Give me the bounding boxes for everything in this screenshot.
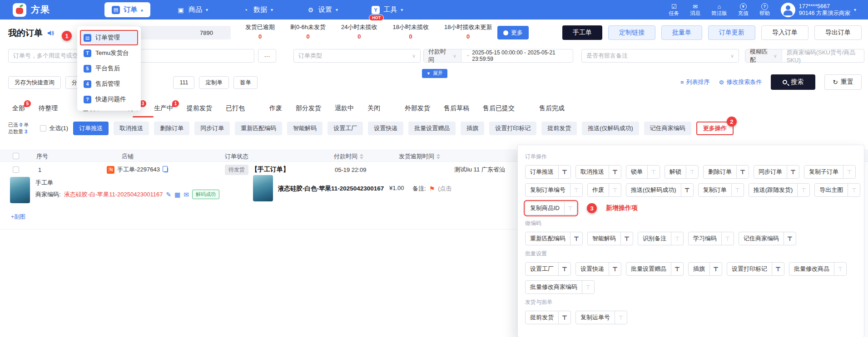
search-button[interactable]: 搜索 (771, 74, 815, 90)
删除订单-button[interactable]: 删除订单⊤ (703, 165, 749, 179)
navbar-message-button[interactable]: ✉消息 (690, 3, 700, 16)
reset-button[interactable]: ↻ 重置 (824, 74, 862, 90)
pin-icon[interactable]: ⊤ (787, 166, 799, 178)
quick-filter-button[interactable]: 首单 (233, 76, 258, 89)
设置工厂-button[interactable]: 设置工厂⊤ (525, 262, 571, 276)
同步订单-button[interactable]: 同步订单 (194, 122, 230, 135)
sort-icon[interactable] (360, 154, 363, 159)
pin-icon[interactable]: ⊤ (671, 232, 683, 245)
row-checkbox[interactable] (13, 166, 19, 173)
quick-filter-button[interactable]: 定制单 (199, 76, 229, 89)
flag-icon[interactable]: ⚑ (429, 185, 435, 192)
pin-icon[interactable]: ⊤ (721, 232, 734, 245)
设置打印标记-button[interactable]: 设置打印标记⊤ (727, 262, 784, 276)
pin-icon[interactable]: ⊤ (709, 263, 722, 275)
tab-待整理[interactable]: 待整理 (39, 104, 58, 112)
pin-icon[interactable]: ⊤ (564, 202, 576, 215)
edit-icon[interactable]: ✎ (166, 191, 171, 198)
推送(仅解码成功)-button[interactable]: 推送(仅解码成功) (582, 122, 639, 135)
tab-作废[interactable]: 作废 (269, 104, 282, 112)
tab-外部发货[interactable]: 外部发货 (405, 104, 430, 112)
作废-button[interactable]: 作废⊤ (587, 183, 621, 197)
订单推送-button[interactable]: 订单推送⊤ (525, 165, 571, 179)
navbar-recharge-button[interactable]: ¥充值 (738, 3, 749, 16)
tab-退款中[interactable]: 退款中 (335, 104, 354, 112)
批量修改商家编码-button[interactable]: 批量修改商家编码⊤ (525, 280, 595, 294)
col-overdue[interactable]: 发货逾期时间 (399, 150, 440, 162)
navbar-shirt-button[interactable]: ⌂简洁版 (711, 3, 727, 16)
pin-icon[interactable]: ⊤ (609, 166, 621, 178)
插旗-button[interactable]: 插旗 (461, 122, 484, 135)
tab-全部[interactable]: 全部5 (12, 104, 25, 112)
menu-item-aftersale-manage[interactable]: 4售后管理 (80, 76, 138, 92)
select-all-checkbox[interactable]: 全选(1) (40, 124, 68, 132)
pin-icon[interactable]: ⊤ (582, 281, 594, 293)
解锁-button[interactable]: 解锁⊤ (665, 165, 699, 179)
overdue-counter[interactable]: 24小时未揽收0 (341, 23, 377, 40)
match-mode-select[interactable]: 模糊匹配 ∨ (745, 49, 782, 62)
重新匹配编码-button[interactable]: 重新匹配编码⊤ (525, 232, 583, 245)
menu-item-temu[interactable]: TTemu发货台 (80, 45, 138, 61)
pin-icon[interactable]: ⊤ (620, 232, 633, 245)
识别备注-button[interactable]: 识别备注⊤ (638, 232, 684, 245)
product-thumbnail[interactable] (253, 175, 273, 201)
批量设置赠品-button[interactable]: 批量设置赠品 (408, 122, 456, 135)
announcement-speaker-icon[interactable] (47, 29, 55, 37)
锁单-button[interactable]: 锁单⊤ (626, 165, 660, 179)
pin-icon[interactable]: ⊤ (686, 166, 698, 178)
定制链接-button[interactable]: 定制链接 (608, 25, 655, 40)
取消推送-button[interactable]: 取消推送 (114, 122, 149, 135)
nav-item-data[interactable]: ◔数据▾ (234, 2, 280, 17)
list-sort-button[interactable]: ≡ 列表排序 (680, 78, 710, 86)
tab-售后完成[interactable]: 售后完成 (539, 104, 565, 112)
overdue-counter[interactable]: 18小时揽收未更新0 (444, 23, 492, 40)
插旗-button[interactable]: 插旗⊤ (688, 262, 722, 276)
col-pay-time[interactable]: 付款时间 (334, 150, 363, 162)
删除订单-button[interactable]: 删除订单 (154, 122, 189, 135)
pin-icon[interactable]: ⊤ (558, 263, 570, 275)
pin-icon[interactable]: ⊤ (848, 184, 860, 196)
取消推送-button[interactable]: 取消推送⊤ (575, 165, 621, 179)
复制子订单-button[interactable]: 复制子订单⊤ (804, 165, 856, 179)
nav-item-settings[interactable]: ⚙设置▾ (299, 2, 345, 17)
header-checkbox[interactable] (13, 153, 19, 159)
image-icon[interactable]: ▦ (174, 191, 180, 198)
订单更新-button[interactable]: 订单更新 (708, 25, 755, 40)
pin-icon[interactable]: ⊤ (570, 184, 582, 196)
批量设置赠品-button[interactable]: 批量设置赠品⊤ (626, 262, 684, 276)
批量修改商品-button[interactable]: 批量修改商品⊤ (789, 262, 847, 276)
复制订单编号-button[interactable]: 复制订单编号⊤ (525, 183, 583, 197)
学习编码-button[interactable]: 学习编码⊤ (688, 232, 734, 245)
modify-search-button[interactable]: ⚙ 修改搜索条件 (719, 78, 762, 86)
overdue-counter[interactable]: 18小时未揽收0 (393, 23, 429, 40)
设置快递-button[interactable]: 设置快递 (368, 122, 403, 135)
pin-icon[interactable]: ⊤ (797, 184, 809, 196)
tab-部分发货[interactable]: 部分发货 (296, 104, 321, 112)
pin-icon[interactable]: ⊤ (681, 184, 693, 196)
more-search-fields-button[interactable]: ··· (258, 49, 276, 63)
pin-icon[interactable]: ⊤ (609, 184, 621, 196)
pin-icon[interactable]: ⊤ (671, 263, 683, 275)
pin-icon[interactable]: ⊤ (736, 166, 749, 178)
navbar-help-button[interactable]: ?帮助 (759, 3, 770, 16)
pin-icon[interactable]: ⊤ (570, 232, 582, 245)
tab-售后草稿[interactable]: 售后草稿 (444, 104, 469, 112)
pin-icon[interactable]: ⊤ (834, 263, 846, 275)
tab-售后已提交[interactable]: 售后已提交 (483, 104, 515, 112)
复制商品ID-button[interactable]: 复制商品ID⊤ (525, 201, 577, 215)
pin-icon[interactable]: ⊤ (615, 311, 627, 324)
tab-已打包[interactable]: 已打包 (226, 104, 245, 112)
user-account[interactable]: 177****5667 90146 方果演示商家 ▾ (781, 3, 856, 17)
pin-icon[interactable]: ⊤ (647, 166, 660, 178)
pay-time-range-picker[interactable]: 付款时间 ∨ ◔ 2025-05-15 00:00:00 - 2025-05-2… (423, 49, 573, 63)
pin-icon[interactable]: ⊤ (772, 263, 784, 275)
同步订单-button[interactable]: 同步订单⊤ (754, 165, 799, 179)
pin-icon[interactable]: ⊤ (843, 166, 855, 178)
time-field-select[interactable]: 付款时间 ∨ (424, 49, 461, 62)
order-type-select[interactable]: 订单类型 ∨ (293, 49, 421, 63)
导出主图-button[interactable]: 导出主图⊤ (814, 183, 860, 197)
推送(仅解码成功)-button[interactable]: 推送(仅解码成功)⊤ (626, 183, 694, 197)
tab-提前发货[interactable]: 提前发货 (187, 104, 212, 112)
智能解码-button[interactable]: 智能解码⊤ (587, 232, 633, 245)
add-sub-image-link[interactable]: +副图 (11, 213, 25, 221)
